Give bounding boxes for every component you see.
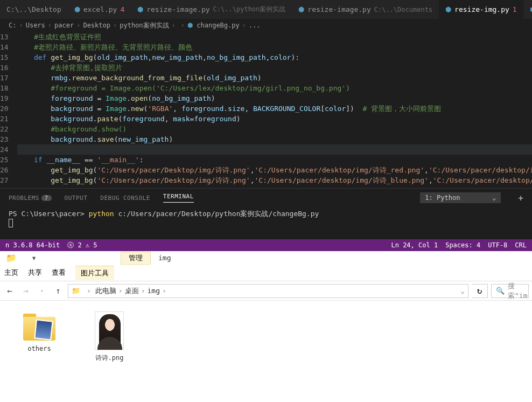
breadcrumb[interactable]: C:›Users›pacer›Desktop›python案例实战››⬢ cha… — [0, 19, 532, 32]
explorer-titlebar: 📁 ▾ 管理 img 主页 共享 查看 图片工具 — [0, 251, 532, 281]
contextual-tab-manage[interactable]: 管理 — [121, 252, 151, 265]
editor-tab[interactable]: ⬢resize-image.pyC:\..\Documents — [292, 0, 439, 19]
breadcrumb-segment[interactable]: ... — [249, 22, 261, 29]
code-line[interactable]: #foreground = Image.open('C:/Users/lex/d… — [17, 83, 532, 93]
refresh-button[interactable]: ↻ — [472, 284, 488, 298]
ribbon-view[interactable]: 查看 — [52, 268, 66, 278]
chevron-down-icon: ⌄ — [492, 194, 496, 202]
terminal-prompt: PS C:\Users\pacer> — [9, 210, 89, 218]
ribbon-share[interactable]: 共享 — [28, 268, 42, 278]
folder-icon — [22, 311, 57, 342]
terminal-args: c:/Users/pacer/Desktop/python案例实战/change… — [114, 210, 319, 218]
code-line[interactable]: #background.show() — [17, 124, 532, 134]
file-explorer: 📁 ▾ 管理 img 主页 共享 查看 图片工具 ← → ▾ ↑ 📁 › 此电脑… — [0, 251, 532, 402]
editor-tab[interactable]: ⬢resize-image.pyC:\..\python案例实战 — [131, 0, 292, 19]
nav-recent-icon[interactable]: ▾ — [36, 285, 48, 297]
panel-tabs: PROBLEMS7 OUTPUT DEBUG CONSOLE TERMINAL … — [0, 188, 532, 207]
tab-output[interactable]: OUTPUT — [65, 195, 88, 202]
encoding[interactable]: UTF-8 — [488, 241, 507, 249]
tab-badge: 1 — [513, 5, 517, 13]
folder-icon: 📁 — [72, 287, 80, 295]
explorer-navbar: ← → ▾ ↑ 📁 › 此电脑›桌面›img› ⌄ ↻ 🔍 搜索"im — [0, 281, 532, 301]
python-file-icon: ⬢ — [187, 22, 193, 29]
search-placeholder: 搜索"im — [508, 281, 527, 301]
chevron-right-icon: › — [118, 287, 123, 295]
breadcrumb-segment[interactable]: python案例实战 — [120, 21, 169, 30]
address-segment[interactable]: 此电脑 — [95, 287, 116, 295]
terminal-selector[interactable]: 1: Python⌄ — [420, 192, 501, 203]
chevron-right-icon: › — [87, 287, 91, 295]
window-title: img — [151, 253, 178, 263]
terminal-command: python — [89, 210, 114, 218]
indentation[interactable]: Spaces: 4 — [445, 241, 480, 249]
chevron-right-icon: › — [141, 287, 145, 295]
nav-back-button[interactable]: ← — [3, 285, 16, 297]
nav-up-button[interactable]: ↑ — [52, 285, 65, 297]
address-bar[interactable]: 📁 › 此电脑›桌面›img› ⌄ — [68, 284, 468, 298]
file-name: 诗诗.png — [95, 354, 124, 363]
breadcrumb-segment[interactable]: Desktop — [83, 22, 110, 29]
tab-debug-console[interactable]: DEBUG CONSOLE — [100, 195, 150, 202]
editor-tabs: C:\..\Desktop⬢excel.py4⬢resize-image.pyC… — [0, 0, 532, 19]
nav-forward-button[interactable]: → — [19, 285, 32, 297]
code-line[interactable]: if __name__ == '__main__': — [17, 155, 532, 165]
editor-tab[interactable]: ⬢resize-img.py1 — [439, 0, 523, 19]
breadcrumb-segment[interactable]: Users — [26, 22, 45, 29]
line-gutter: 131415161718192021222324252627 — [0, 32, 17, 188]
editor-tab[interactable]: ⬢changeBg.p — [523, 0, 532, 19]
python-file-icon: ⬢ — [298, 5, 304, 13]
python-version[interactable]: n 3.6.8 64-bit — [5, 241, 60, 249]
eol[interactable]: CRL — [515, 241, 527, 249]
tab-problems[interactable]: PROBLEMS7 — [9, 195, 52, 202]
status-errors[interactable]: ⓧ 2 ⚠ 5 — [67, 241, 97, 250]
editor-tab[interactable]: C:\..\Desktop — [0, 0, 68, 19]
breadcrumb-segment[interactable]: ⬢ changeBg.py — [187, 22, 240, 29]
code-line[interactable]: #去掉背景图,提取照片 — [17, 63, 532, 73]
terminal-cursor — [9, 219, 13, 227]
code-line[interactable]: rmbg.remove_background_from_img_file(old… — [17, 73, 532, 83]
tab-label: resize-image.py — [146, 5, 209, 13]
code-editor[interactable]: 131415161718192021222324252627 #生成红色背景证件… — [0, 32, 532, 188]
code-line[interactable]: foreground = Image.open(no_bg_img_path) — [17, 93, 532, 103]
address-segment[interactable]: 桌面 — [125, 287, 139, 295]
image-thumbnail — [95, 311, 124, 350]
explorer-search[interactable]: 🔍 搜索"im — [491, 284, 529, 298]
python-file-icon: ⬢ — [530, 5, 532, 13]
ribbon-picture-tools[interactable]: 图片工具 — [75, 266, 114, 280]
editor-tab[interactable]: ⬢excel.py4 — [68, 0, 131, 19]
terminal-panel[interactable]: PS C:\Users\pacer> python c:/Users/pacer… — [0, 207, 532, 239]
folder-item[interactable]: others — [16, 311, 62, 391]
code-line[interactable]: background.save(new_img_path) — [17, 134, 532, 144]
ribbon-home[interactable]: 主页 — [4, 268, 18, 278]
tab-path: C:\..\python案例实战 — [213, 5, 286, 14]
file-name: others — [27, 345, 51, 352]
code-line[interactable]: get_img_bg('C:/Users/pacer/Desktop/img/诗… — [17, 175, 532, 185]
explorer-content[interactable]: others诗诗.png — [0, 301, 532, 402]
address-segment[interactable]: img — [147, 287, 159, 295]
image-item[interactable]: 诗诗.png — [86, 311, 132, 391]
qat-dropdown-icon[interactable]: ▾ — [23, 253, 45, 263]
tab-badge: 4 — [120, 5, 124, 13]
terminal-add-button[interactable]: + — [518, 193, 523, 203]
code-line[interactable]: background.paste(foreground, mask=foregr… — [17, 114, 532, 124]
breadcrumb-segment[interactable]: C: — [9, 22, 16, 29]
address-dropdown-icon[interactable]: ⌄ — [460, 287, 465, 295]
warning-icon: ⚠ — [86, 241, 93, 249]
code-line[interactable] — [17, 144, 532, 155]
breadcrumb-segment[interactable]: pacer — [54, 22, 74, 29]
python-file-icon: ⬢ — [74, 5, 80, 13]
tab-label: C:\..\Desktop — [6, 5, 61, 13]
code-line[interactable]: background = Image.new('RGBA', foregroun… — [17, 103, 532, 114]
code-line[interactable]: #老照片路径、新照片路径、无背景照片路径、颜色 — [17, 42, 532, 52]
tab-label: excel.py — [83, 5, 117, 13]
cursor-position[interactable]: Ln 24, Col 1 — [391, 241, 438, 249]
tab-terminal[interactable]: TERMINAL — [163, 193, 194, 203]
python-file-icon: ⬢ — [445, 5, 451, 13]
chevron-right-icon: › — [162, 287, 166, 295]
python-file-icon: ⬢ — [137, 5, 143, 13]
code-line[interactable]: def get_img_bg(old_img_path,new_img_path… — [17, 52, 532, 63]
code-line[interactable]: get_img_bg('C:/Users/pacer/Desktop/img/诗… — [17, 165, 532, 175]
code-line[interactable]: #生成红色背景证件照 — [17, 32, 532, 42]
code-area[interactable]: #生成红色背景证件照 #老照片路径、新照片路径、无背景照片路径、颜色 def g… — [17, 32, 532, 188]
folder-icon[interactable]: 📁 — [0, 253, 23, 263]
